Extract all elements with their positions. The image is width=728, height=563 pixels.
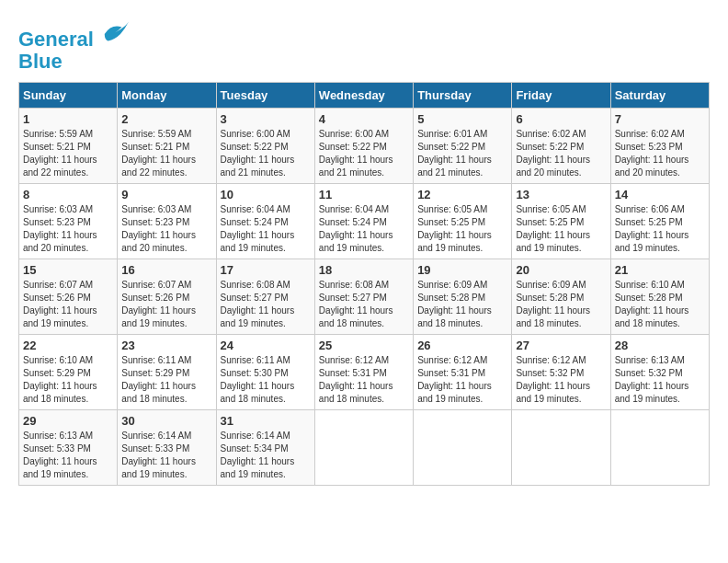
- day-header-wednesday: Wednesday: [314, 83, 413, 109]
- calendar-cell: 30 Sunrise: 6:14 AM Sunset: 5:33 PM Dayl…: [118, 410, 216, 486]
- day-info: Sunrise: 5:59 AM Sunset: 5:21 PM Dayligh…: [23, 128, 113, 179]
- day-info: Sunrise: 6:13 AM Sunset: 5:33 PM Dayligh…: [23, 430, 113, 481]
- calendar-cell: 6 Sunrise: 6:02 AM Sunset: 5:22 PM Dayli…: [512, 109, 610, 184]
- day-number: 27: [516, 339, 606, 352]
- day-number: 24: [221, 339, 311, 352]
- day-number: 21: [615, 263, 705, 277]
- calendar-cell: 7 Sunrise: 6:02 AM Sunset: 5:23 PM Dayli…: [610, 109, 709, 184]
- day-header-thursday: Thursday: [414, 83, 512, 109]
- day-info: Sunrise: 6:06 AM Sunset: 5:25 PM Dayligh…: [615, 203, 705, 255]
- day-header-saturday: Saturday: [610, 83, 709, 109]
- day-number: 26: [417, 339, 507, 352]
- calendar-cell: 27 Sunrise: 6:12 AM Sunset: 5:32 PM Dayl…: [512, 335, 610, 410]
- calendar-cell: 19 Sunrise: 6:09 AM Sunset: 5:28 PM Dayl…: [414, 259, 512, 335]
- day-info: Sunrise: 6:08 AM Sunset: 5:27 PM Dayligh…: [319, 279, 409, 330]
- calendar-cell: 3 Sunrise: 6:00 AM Sunset: 5:22 PM Dayli…: [216, 109, 314, 184]
- logo-general: General: [18, 28, 94, 51]
- day-number: 30: [121, 414, 211, 428]
- calendar-cell: 4 Sunrise: 6:00 AM Sunset: 5:22 PM Dayli…: [314, 109, 413, 184]
- day-number: 28: [615, 339, 705, 352]
- calendar-cell: 28 Sunrise: 6:13 AM Sunset: 5:32 PM Dayl…: [610, 335, 709, 410]
- day-number: 1: [23, 112, 113, 126]
- day-info: Sunrise: 6:03 AM Sunset: 5:23 PM Dayligh…: [121, 203, 211, 255]
- calendar-cell: 15 Sunrise: 6:07 AM Sunset: 5:26 PM Dayl…: [19, 259, 118, 335]
- calendar-cell: 16 Sunrise: 6:07 AM Sunset: 5:26 PM Dayl…: [118, 259, 216, 335]
- day-info: Sunrise: 6:14 AM Sunset: 5:33 PM Dayligh…: [121, 430, 211, 481]
- calendar-cell: 12 Sunrise: 6:05 AM Sunset: 5:25 PM Dayl…: [414, 184, 512, 259]
- calendar-cell: 14 Sunrise: 6:06 AM Sunset: 5:25 PM Dayl…: [610, 184, 709, 259]
- calendar-week-5: 29 Sunrise: 6:13 AM Sunset: 5:33 PM Dayl…: [19, 410, 710, 486]
- day-info: Sunrise: 6:02 AM Sunset: 5:23 PM Dayligh…: [615, 128, 705, 179]
- logo-blue: Blue: [18, 50, 63, 73]
- day-info: Sunrise: 6:03 AM Sunset: 5:23 PM Dayligh…: [23, 203, 113, 255]
- day-info: Sunrise: 6:04 AM Sunset: 5:24 PM Dayligh…: [319, 203, 409, 255]
- day-number: 20: [516, 263, 606, 277]
- day-number: 25: [319, 339, 409, 352]
- day-number: 11: [319, 188, 409, 201]
- calendar-cell: 11 Sunrise: 6:04 AM Sunset: 5:24 PM Dayl…: [314, 184, 413, 259]
- day-number: 6: [516, 112, 606, 126]
- calendar-header-row: SundayMondayTuesdayWednesdayThursdayFrid…: [19, 83, 710, 109]
- calendar-cell: 2 Sunrise: 5:59 AM Sunset: 5:21 PM Dayli…: [118, 109, 216, 184]
- day-number: 9: [121, 188, 211, 201]
- calendar-cell: 21 Sunrise: 6:10 AM Sunset: 5:28 PM Dayl…: [610, 259, 709, 335]
- calendar-week-1: 1 Sunrise: 5:59 AM Sunset: 5:21 PM Dayli…: [19, 109, 710, 184]
- day-info: Sunrise: 6:02 AM Sunset: 5:22 PM Dayligh…: [516, 128, 606, 179]
- day-number: 13: [516, 188, 606, 201]
- calendar-cell: 10 Sunrise: 6:04 AM Sunset: 5:24 PM Dayl…: [216, 184, 314, 259]
- day-number: 29: [23, 414, 113, 428]
- calendar-cell: [314, 410, 413, 486]
- calendar-cell: 5 Sunrise: 6:01 AM Sunset: 5:22 PM Dayli…: [414, 109, 512, 184]
- day-number: 15: [23, 263, 113, 277]
- day-info: Sunrise: 6:05 AM Sunset: 5:25 PM Dayligh…: [516, 203, 606, 255]
- day-info: Sunrise: 6:10 AM Sunset: 5:28 PM Dayligh…: [615, 279, 705, 330]
- day-number: 22: [23, 339, 113, 352]
- day-number: 3: [221, 112, 311, 126]
- calendar-week-2: 8 Sunrise: 6:03 AM Sunset: 5:23 PM Dayli…: [19, 184, 710, 259]
- day-info: Sunrise: 6:10 AM Sunset: 5:29 PM Dayligh…: [23, 354, 113, 406]
- day-number: 7: [615, 112, 705, 126]
- calendar-cell: 25 Sunrise: 6:12 AM Sunset: 5:31 PM Dayl…: [314, 335, 413, 410]
- calendar-table: SundayMondayTuesdayWednesdayThursdayFrid…: [18, 82, 710, 486]
- calendar-cell: 31 Sunrise: 6:14 AM Sunset: 5:34 PM Dayl…: [216, 410, 314, 486]
- calendar-cell: [512, 410, 610, 486]
- day-header-tuesday: Tuesday: [216, 83, 314, 109]
- calendar-cell: 29 Sunrise: 6:13 AM Sunset: 5:33 PM Dayl…: [19, 410, 118, 486]
- day-info: Sunrise: 6:12 AM Sunset: 5:31 PM Dayligh…: [417, 354, 507, 406]
- calendar-cell: 18 Sunrise: 6:08 AM Sunset: 5:27 PM Dayl…: [314, 259, 413, 335]
- day-info: Sunrise: 6:00 AM Sunset: 5:22 PM Dayligh…: [221, 128, 311, 179]
- day-info: Sunrise: 6:11 AM Sunset: 5:29 PM Dayligh…: [121, 354, 211, 406]
- day-number: 14: [615, 188, 705, 201]
- day-number: 5: [417, 112, 507, 126]
- day-number: 31: [221, 414, 311, 428]
- day-info: Sunrise: 5:59 AM Sunset: 5:21 PM Dayligh…: [121, 128, 211, 179]
- day-info: Sunrise: 6:09 AM Sunset: 5:28 PM Dayligh…: [516, 279, 606, 330]
- calendar-cell: 22 Sunrise: 6:10 AM Sunset: 5:29 PM Dayl…: [19, 335, 118, 410]
- day-info: Sunrise: 6:08 AM Sunset: 5:27 PM Dayligh…: [221, 279, 311, 330]
- day-info: Sunrise: 6:13 AM Sunset: 5:32 PM Dayligh…: [615, 354, 705, 406]
- day-info: Sunrise: 6:14 AM Sunset: 5:34 PM Dayligh…: [221, 430, 311, 481]
- day-number: 19: [417, 263, 507, 277]
- day-number: 18: [319, 263, 409, 277]
- day-info: Sunrise: 6:11 AM Sunset: 5:30 PM Dayligh…: [221, 354, 311, 406]
- day-number: 4: [319, 112, 409, 126]
- day-info: Sunrise: 6:07 AM Sunset: 5:26 PM Dayligh…: [121, 279, 211, 330]
- calendar-cell: 17 Sunrise: 6:08 AM Sunset: 5:27 PM Dayl…: [216, 259, 314, 335]
- day-info: Sunrise: 6:07 AM Sunset: 5:26 PM Dayligh…: [23, 279, 113, 330]
- day-number: 10: [221, 188, 311, 201]
- day-info: Sunrise: 6:00 AM Sunset: 5:22 PM Dayligh…: [319, 128, 409, 179]
- calendar-cell: 9 Sunrise: 6:03 AM Sunset: 5:23 PM Dayli…: [118, 184, 216, 259]
- day-number: 17: [221, 263, 311, 277]
- calendar-cell: 13 Sunrise: 6:05 AM Sunset: 5:25 PM Dayl…: [512, 184, 610, 259]
- calendar-cell: 26 Sunrise: 6:12 AM Sunset: 5:31 PM Dayl…: [414, 335, 512, 410]
- day-number: 8: [23, 188, 113, 201]
- day-info: Sunrise: 6:12 AM Sunset: 5:32 PM Dayligh…: [516, 354, 606, 406]
- day-number: 12: [417, 188, 507, 201]
- day-header-friday: Friday: [512, 83, 610, 109]
- calendar-cell: 23 Sunrise: 6:11 AM Sunset: 5:29 PM Dayl…: [118, 335, 216, 410]
- day-info: Sunrise: 6:01 AM Sunset: 5:22 PM Dayligh…: [417, 128, 507, 179]
- logo: General Blue: [18, 18, 129, 73]
- day-info: Sunrise: 6:09 AM Sunset: 5:28 PM Dayligh…: [417, 279, 507, 330]
- calendar-cell: [610, 410, 709, 486]
- day-info: Sunrise: 6:05 AM Sunset: 5:25 PM Dayligh…: [417, 203, 507, 255]
